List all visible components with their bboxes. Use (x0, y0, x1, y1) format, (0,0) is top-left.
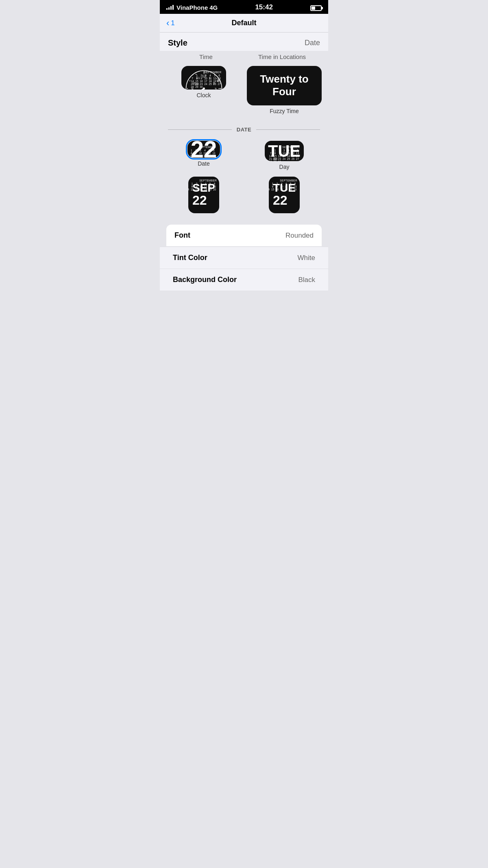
sep-widget-wrapper: SEPTEMBER 1 2 3 4 5 6 7 8 9 10 11 12 13 (166, 177, 241, 213)
style-label: Style (168, 38, 187, 48)
divider-line-left (168, 129, 232, 130)
network-label: 4G (209, 4, 218, 11)
tue-date-text: 22 (273, 194, 296, 207)
fuzzy-time-widget-card[interactable]: Twenty to Four (247, 66, 322, 105)
date-widget-grid: 22 SEPTEMBER 1 2 3 4 5 6 7 8 9 (160, 137, 328, 177)
battery-icon (310, 5, 322, 11)
day-mini-calendar: SEPTEMBER 1 2 3 4 5 6 7 8 9 10 11 (268, 146, 300, 162)
battery-container (310, 4, 322, 11)
clock-widget-label: Clock (196, 92, 211, 98)
fuzzy-widget-label: Fuzzy Time (270, 108, 299, 114)
font-value: Rounded (285, 232, 314, 240)
fuzzy-time-text: Twenty to Four (252, 70, 317, 101)
style-date-header: Style Date (160, 33, 328, 51)
back-chevron-icon: ‹ (166, 19, 169, 28)
signal-bar-4 (172, 5, 174, 10)
carrier-label: VinaPhone (176, 4, 208, 11)
date-widget-label: Date (198, 160, 210, 167)
time-in-locations-label: Time in Locations (244, 53, 320, 60)
clock-mini-calendar: SEPTEMBER 1 2 3 4 5 6 7 8 9 10 11 (190, 71, 221, 88)
day-widget-label: Day (279, 164, 290, 170)
clock-widget-card[interactable]: 12 3 6 9 1 2 4 5 7 8 10 11 (181, 66, 227, 90)
style-labels-row: Time Time in Locations (160, 51, 328, 62)
nav-back-button[interactable]: ‹ 1 (166, 19, 175, 28)
partial-widget-row: SEPTEMBER 1 2 3 4 5 6 7 8 9 10 11 12 13 (160, 177, 328, 216)
signal-bar-3 (170, 6, 172, 10)
clock-widget-wrapper: 12 3 6 9 1 2 4 5 7 8 10 11 (166, 66, 241, 114)
nav-title: Default (231, 19, 256, 27)
tint-color-label: Tint Color (173, 254, 207, 262)
tue-widget-card[interactable]: SEPTEMBER 1 2 3 4 5 6 7 8 9 10 11 12 13 (269, 177, 300, 213)
sep-date-text: 22 (192, 194, 215, 207)
signal-bar-2 (168, 7, 170, 10)
nav-bar: ‹ 1 Default (160, 14, 328, 33)
fuzzy-widget-wrapper: Twenty to Four Fuzzy Time (247, 66, 322, 114)
tue-widget-wrapper: SEPTEMBER 1 2 3 4 5 6 7 8 9 10 11 12 13 (247, 177, 322, 213)
tint-color-settings-row[interactable]: Tint Color White (160, 247, 328, 269)
background-color-settings-row[interactable]: Background Color Black (160, 269, 328, 291)
back-number: 1 (171, 19, 174, 27)
status-time: 15:42 (255, 3, 272, 11)
sep-mini-calendar: SEPTEMBER 1 2 3 4 5 6 7 8 9 10 11 12 13 (188, 179, 217, 191)
clock-widget-inner: 12 3 6 9 1 2 4 5 7 8 10 11 (185, 69, 223, 86)
signal-bars (166, 5, 174, 10)
tue-mini-calendar: SEPTEMBER 1 2 3 4 5 6 7 8 9 10 11 12 13 (269, 179, 297, 191)
time-style-label: Time (168, 53, 244, 60)
status-bar: VinaPhone 4G 15:42 (160, 0, 328, 14)
date-number-widget-card[interactable]: 22 SEPTEMBER 1 2 3 4 5 6 7 8 9 (187, 141, 220, 158)
day-widget-card[interactable]: TUE SEPTEMBER 1 2 3 4 5 6 7 8 9 10 (265, 141, 304, 162)
sep-widget-card[interactable]: SEPTEMBER 1 2 3 4 5 6 7 8 9 10 11 12 13 (188, 177, 219, 213)
date-number-wrapper: 22 SEPTEMBER 1 2 3 4 5 6 7 8 9 (166, 141, 241, 171)
font-settings-row[interactable]: Font Rounded (166, 225, 322, 246)
font-label: Font (174, 231, 190, 240)
tint-color-value: White (298, 254, 315, 262)
signal-bar-1 (166, 8, 168, 10)
background-color-label: Background Color (173, 275, 237, 284)
date-section-divider: DATE (160, 121, 328, 137)
divider-line-right (256, 129, 320, 130)
battery-level (312, 7, 315, 10)
day-widget-wrapper: TUE SEPTEMBER 1 2 3 4 5 6 7 8 9 10 (247, 141, 322, 171)
date-mini-calendar: SEPTEMBER 1 2 3 4 5 6 7 8 9 10 11 (187, 146, 216, 158)
status-left: VinaPhone 4G (166, 4, 218, 11)
background-color-value: Black (298, 276, 315, 284)
time-widget-grid: 12 3 6 9 1 2 4 5 7 8 10 11 (160, 62, 328, 121)
date-divider-label: DATE (237, 127, 251, 133)
svg-point-13 (187, 88, 188, 89)
date-label: Date (305, 39, 320, 47)
